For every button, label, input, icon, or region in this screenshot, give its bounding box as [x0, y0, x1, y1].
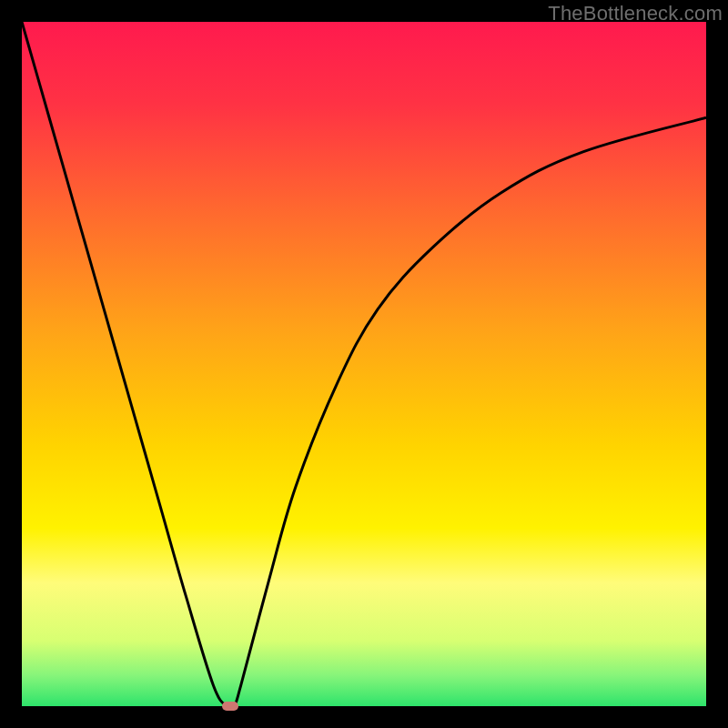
bottleneck-curve — [22, 22, 706, 706]
minimum-marker — [222, 702, 238, 711]
chart-frame: TheBottleneck.com — [0, 0, 728, 728]
curve-layer — [22, 22, 706, 706]
watermark-text: TheBottleneck.com — [548, 2, 723, 25]
plot-area — [22, 22, 706, 706]
